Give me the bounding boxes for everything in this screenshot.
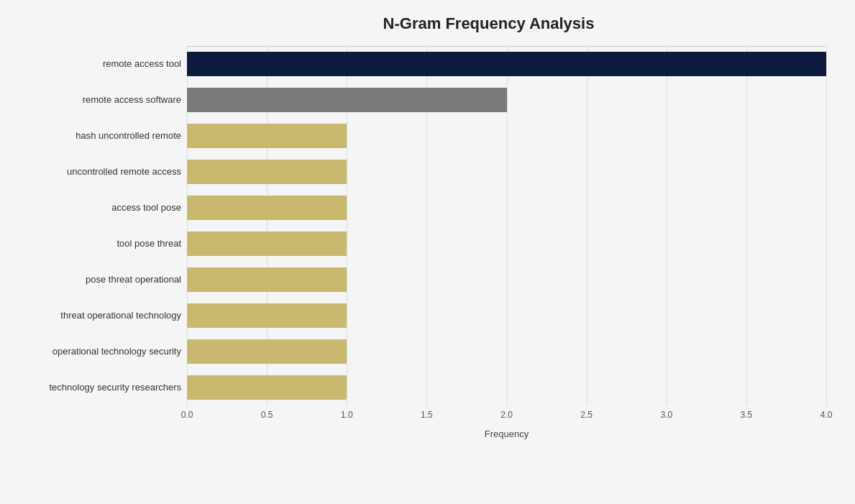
y-label: technology security researchers bbox=[7, 370, 181, 406]
bar-row bbox=[187, 370, 826, 406]
x-tick: 4.0 bbox=[820, 410, 833, 420]
bar-row bbox=[187, 82, 826, 118]
bar bbox=[187, 52, 826, 76]
y-label: hash uncontrolled remote bbox=[7, 118, 181, 154]
bar bbox=[187, 160, 347, 184]
bar-row bbox=[187, 118, 826, 154]
y-label: tool pose threat bbox=[7, 226, 181, 262]
y-label: remote access software bbox=[7, 82, 181, 118]
y-label: pose threat operational bbox=[7, 262, 181, 298]
bar-row bbox=[187, 262, 826, 298]
y-label: remote access tool bbox=[7, 46, 181, 82]
y-label: access tool pose bbox=[7, 190, 181, 226]
x-tick: 2.0 bbox=[500, 410, 513, 420]
bar bbox=[187, 339, 347, 364]
x-axis: 0.00.51.01.52.02.53.03.54.0 bbox=[7, 410, 826, 427]
x-ticks-container: 0.00.51.01.52.02.53.03.54.0 bbox=[187, 410, 826, 427]
bar bbox=[187, 375, 347, 400]
bar-row bbox=[187, 334, 826, 370]
bar-row bbox=[187, 46, 826, 82]
bar-row bbox=[187, 226, 826, 262]
x-tick: 3.5 bbox=[741, 410, 753, 420]
x-tick: 0.0 bbox=[181, 410, 193, 420]
y-label: uncontrolled remote access bbox=[7, 154, 181, 190]
bar-row bbox=[187, 190, 826, 226]
bar bbox=[187, 124, 347, 148]
grid-and-bars: remote access toolremote access software… bbox=[7, 46, 826, 406]
bar bbox=[187, 267, 347, 292]
bar bbox=[187, 303, 347, 328]
x-tick: 2.5 bbox=[580, 410, 593, 420]
y-label: operational technology security bbox=[7, 334, 181, 370]
chart-title: N-Gram Frequency Analysis bbox=[7, 14, 826, 33]
bars-area bbox=[187, 46, 826, 406]
x-tick: 3.0 bbox=[660, 410, 672, 420]
x-axis-label: Frequency bbox=[7, 429, 826, 439]
bar-row bbox=[187, 298, 826, 334]
bars-wrapper bbox=[187, 46, 826, 406]
x-tick: 0.5 bbox=[261, 410, 273, 420]
chart-container: N-Gram Frequency Analysis remote access … bbox=[0, 0, 855, 504]
bar bbox=[187, 88, 507, 112]
y-label: threat operational technology bbox=[7, 298, 181, 334]
bar bbox=[187, 232, 347, 256]
x-tick: 1.5 bbox=[421, 410, 433, 420]
bar bbox=[187, 196, 347, 220]
x-tick: 1.0 bbox=[341, 410, 353, 420]
grid-line bbox=[826, 46, 827, 406]
y-labels: remote access toolremote access software… bbox=[7, 46, 187, 406]
bar-row bbox=[187, 154, 826, 190]
chart-area: remote access toolremote access software… bbox=[7, 46, 826, 435]
